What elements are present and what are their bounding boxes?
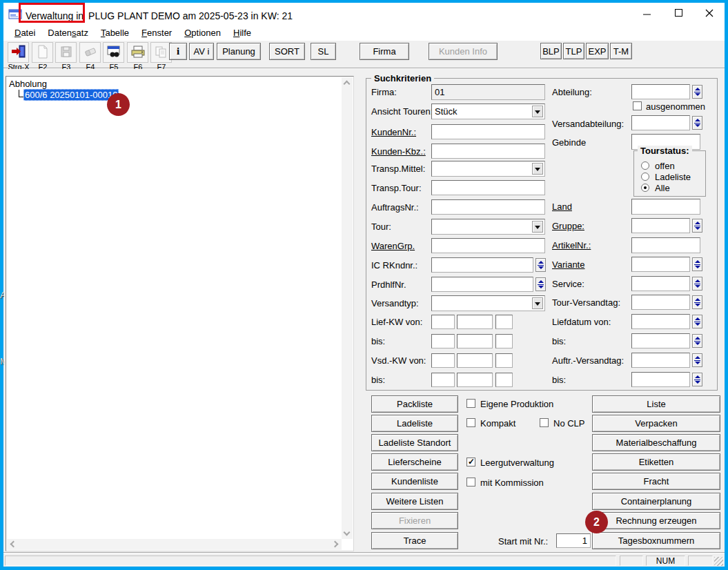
service-spinner[interactable]: [692, 277, 702, 291]
scroll-right-icon[interactable]: [332, 541, 339, 548]
menu-item-hilfe[interactable]: Hilfe: [227, 26, 257, 40]
lief-kw-von-field-3[interactable]: [495, 315, 513, 329]
tree-root-node[interactable]: Abholung: [9, 79, 47, 89]
dropdown-arrow-icon[interactable]: [532, 297, 543, 309]
maximize-button[interactable]: [664, 3, 694, 25]
menu-item-tabelle[interactable]: Tabelle: [95, 26, 135, 40]
etiketten-button[interactable]: Etiketten: [592, 453, 720, 471]
print-button[interactable]: [127, 42, 148, 63]
transp-tour-field[interactable]: [431, 180, 545, 195]
prdhlfnr-spinner[interactable]: [535, 277, 546, 291]
leergutverwaltung-checkbox[interactable]: [466, 458, 475, 466]
vsd-kw-von-field-1[interactable]: [431, 353, 455, 368]
tourstatus-radio-ladeliste[interactable]: [641, 173, 649, 181]
vsd-kw-von-field-2[interactable]: [457, 353, 493, 368]
verpacken-button[interactable]: Verpacken: [592, 415, 720, 432]
weitere-listen-button[interactable]: Weitere Listen: [371, 493, 458, 510]
planung-button[interactable]: Planung: [217, 43, 261, 60]
tour-versandtag-spinner[interactable]: [692, 295, 702, 309]
kundennr-field[interactable]: [431, 124, 545, 139]
ic-rkndnr-field[interactable]: [431, 257, 533, 273]
liefdatum-von-field[interactable]: [631, 314, 690, 329]
save-record-button[interactable]: [55, 42, 77, 63]
fracht-button[interactable]: Fracht: [592, 473, 720, 490]
versandtyp-combobox[interactable]: [431, 295, 545, 311]
liefdatum-bis-field[interactable]: [631, 333, 690, 348]
tm-button[interactable]: T-M: [610, 43, 632, 59]
info-button[interactable]: i: [169, 43, 187, 60]
tour-combobox[interactable]: [431, 219, 545, 235]
land-field[interactable]: [631, 199, 700, 215]
ic-rkndnr-spinner[interactable]: [535, 258, 546, 272]
versandabteilung-field[interactable]: [631, 115, 690, 130]
ladeliste-button[interactable]: Ladeliste: [371, 415, 458, 432]
menu-item-optionen[interactable]: Optionen: [178, 26, 227, 40]
containerplanung-button[interactable]: Containerplanung: [592, 493, 720, 510]
liefdatum-bis-spinner[interactable]: [692, 334, 702, 348]
vsd-kw-bis-field-1[interactable]: [431, 373, 455, 387]
eigene-produktion-checkbox[interactable]: [466, 399, 475, 408]
tourstatus-radio-alle[interactable]: [641, 184, 649, 192]
lief-kw-von-field-1[interactable]: [431, 315, 455, 329]
auftragsnr-field[interactable]: [431, 199, 545, 215]
vsd-kw-von-field-3[interactable]: [495, 353, 513, 368]
versandabteilung-spinner[interactable]: [692, 116, 702, 130]
variante-field[interactable]: [631, 257, 690, 272]
fixieren-button[interactable]: Fixieren: [371, 512, 458, 529]
prdhlfnr-field[interactable]: [431, 277, 533, 292]
artikelnr-field[interactable]: [631, 237, 700, 253]
sl-button[interactable]: SL: [311, 43, 336, 60]
resize-grip[interactable]: [714, 557, 723, 566]
ansicht-touren-combobox[interactable]: Stück: [431, 104, 545, 119]
kunden-kbz-field[interactable]: [431, 144, 545, 159]
warengrp-field[interactable]: [431, 238, 545, 253]
exit-program-button[interactable]: [8, 42, 29, 63]
liefdatum-von-spinner[interactable]: [692, 315, 702, 328]
rechnung-erzeugen-button[interactable]: Rechnung erzeugen: [592, 512, 720, 529]
tree-horizontal-scrollbar[interactable]: [7, 539, 342, 550]
auftr-bis-spinner[interactable]: [692, 373, 702, 386]
gruppe-spinner[interactable]: [692, 219, 702, 233]
tree-vertical-scrollbar[interactable]: [342, 77, 353, 539]
kunden-info-button[interactable]: Kunden Info: [429, 43, 498, 60]
kundenliste-button[interactable]: Kundenliste: [371, 473, 458, 490]
new-record-button[interactable]: [32, 42, 53, 63]
packliste-button[interactable]: Packliste: [371, 395, 458, 413]
auftr-bis-field[interactable]: [631, 372, 690, 387]
lief-kw-von-field-2[interactable]: [457, 315, 493, 329]
tour-versandtag-field[interactable]: [631, 295, 690, 310]
auftr-versandtag-spinner[interactable]: [692, 353, 702, 367]
liste-button[interactable]: Liste: [592, 395, 720, 413]
vsd-kw-bis-field-2[interactable]: [457, 373, 493, 387]
firma-button[interactable]: Firma: [360, 43, 409, 60]
abteilung-field[interactable]: [631, 84, 690, 99]
search-button[interactable]: [103, 42, 124, 63]
dropdown-arrow-icon[interactable]: [532, 163, 543, 175]
tourstatus-radio-offen[interactable]: [641, 161, 649, 170]
lief-kw-bis-field-1[interactable]: [431, 334, 455, 348]
dropdown-arrow-icon[interactable]: [532, 221, 543, 233]
tree-selected-item[interactable]: 600/6 20250101-00019: [23, 89, 119, 101]
scroll-up-icon[interactable]: [344, 81, 351, 88]
dropdown-arrow-icon[interactable]: [532, 106, 543, 117]
exp-button[interactable]: EXP: [586, 43, 609, 59]
variante-spinner[interactable]: [692, 257, 702, 271]
abteilung-spinner[interactable]: [692, 85, 702, 99]
menu-item-datei[interactable]: Datei: [8, 26, 41, 40]
close-button[interactable]: [694, 3, 725, 25]
service-field[interactable]: [631, 276, 690, 291]
tlp-button[interactable]: TLP: [563, 43, 584, 59]
lieferscheine-button[interactable]: Lieferscheine: [371, 453, 458, 471]
transp-mittel-combobox[interactable]: [431, 161, 545, 177]
ladeliste-standort-button[interactable]: Ladeliste Standort: [371, 434, 458, 451]
kompakt-checkbox[interactable]: [466, 418, 475, 427]
ausgenommen-checkbox[interactable]: [633, 101, 642, 110]
lief-kw-bis-field-3[interactable]: [495, 334, 513, 348]
sort-button[interactable]: SORT: [269, 43, 305, 60]
scroll-left-icon[interactable]: [10, 541, 17, 548]
minimize-button[interactable]: [632, 3, 662, 25]
tagesboxnummern-button[interactable]: Tagesboxnummern: [592, 532, 720, 549]
gruppe-field[interactable]: [631, 218, 690, 233]
delete-record-button[interactable]: [79, 42, 101, 63]
scroll-down-icon[interactable]: [344, 529, 351, 536]
